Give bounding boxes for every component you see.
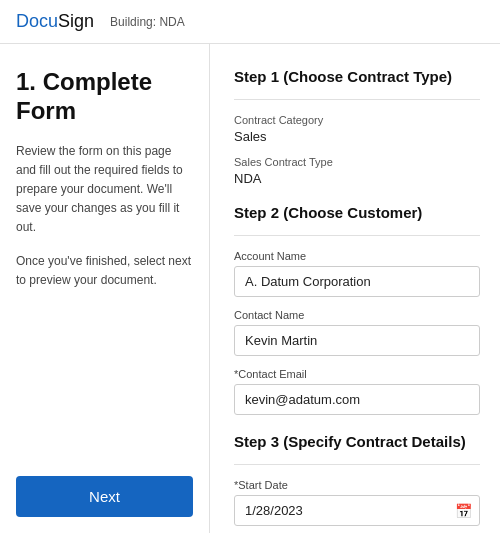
step-title-text: Complete Form (16, 68, 152, 124)
account-name-group: Account Name (234, 250, 480, 297)
docusign-logo: DocuSign (16, 11, 94, 32)
start-date-input[interactable] (234, 495, 480, 526)
contact-name-group: Contact Name (234, 309, 480, 356)
step-number: 1. (16, 68, 36, 95)
step3-divider (234, 464, 480, 465)
step-description-2: Once you've finished, select next to pre… (16, 252, 193, 290)
contact-name-input[interactable] (234, 325, 480, 356)
account-name-label: Account Name (234, 250, 480, 262)
next-button[interactable]: Next (16, 476, 193, 517)
step2-heading: Step 2 (Choose Customer) (234, 204, 480, 221)
contact-email-input[interactable] (234, 384, 480, 415)
right-panel: Step 1 (Choose Contract Type) Contract C… (210, 44, 500, 533)
left-panel-content: 1. Complete Form Review the form on this… (16, 68, 193, 304)
contract-category-label: Contract Category (234, 114, 480, 126)
left-panel: 1. Complete Form Review the form on this… (0, 44, 210, 533)
header-subtitle: Building: NDA (110, 15, 185, 29)
step1-heading: Step 1 (Choose Contract Type) (234, 68, 480, 85)
logo-text: DocuSign (16, 11, 94, 32)
date-input-wrapper: 📅 (234, 495, 480, 526)
contact-email-label: *Contact Email (234, 368, 480, 380)
step1-section: Step 1 (Choose Contract Type) Contract C… (234, 68, 480, 186)
main-layout: 1. Complete Form Review the form on this… (0, 44, 500, 533)
sales-contract-type-value: NDA (234, 171, 480, 186)
start-date-group: *Start Date 📅 (234, 479, 480, 526)
step-description-1: Review the form on this page and fill ou… (16, 142, 193, 238)
step3-section: Step 3 (Specify Contract Details) *Start… (234, 433, 480, 526)
contract-category-value: Sales (234, 129, 480, 144)
step1-divider (234, 99, 480, 100)
contact-email-group: *Contact Email (234, 368, 480, 415)
step-title: 1. Complete Form (16, 68, 193, 126)
step3-heading: Step 3 (Specify Contract Details) (234, 433, 480, 450)
step2-divider (234, 235, 480, 236)
sales-contract-type-label: Sales Contract Type (234, 156, 480, 168)
account-name-input[interactable] (234, 266, 480, 297)
contact-name-label: Contact Name (234, 309, 480, 321)
step2-section: Step 2 (Choose Customer) Account Name Co… (234, 204, 480, 415)
start-date-label: *Start Date (234, 479, 480, 491)
app-header: DocuSign Building: NDA (0, 0, 500, 44)
